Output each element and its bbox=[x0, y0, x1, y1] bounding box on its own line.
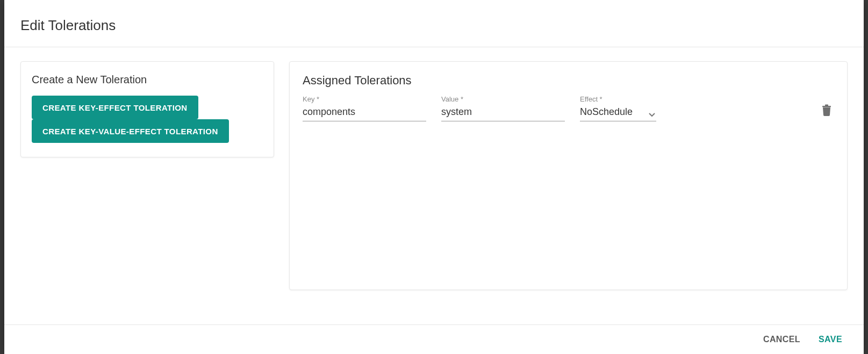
create-toleration-title: Create a New Toleration bbox=[32, 74, 263, 86]
assigned-tolerations-card: Assigned Tolerations Key * Value * Effec… bbox=[289, 61, 848, 290]
create-toleration-card: Create a New Toleration CREATE KEY-EFFEC… bbox=[20, 61, 274, 157]
effect-field: Effect * bbox=[580, 95, 656, 121]
row-actions bbox=[819, 102, 834, 121]
value-input[interactable] bbox=[441, 104, 565, 121]
value-label: Value * bbox=[441, 95, 565, 103]
delete-row-button[interactable] bbox=[819, 102, 834, 118]
create-key-value-effect-button[interactable]: CREATE KEY-VALUE-EFFECT TOLERATION bbox=[32, 119, 229, 143]
modal-footer: CANCEL SAVE bbox=[4, 324, 864, 354]
key-label: Key * bbox=[303, 95, 426, 103]
key-input[interactable] bbox=[303, 104, 426, 121]
effect-label: Effect * bbox=[580, 95, 656, 103]
modal-title: Edit Tolerations bbox=[20, 17, 848, 34]
modal-header: Edit Tolerations bbox=[4, 0, 864, 47]
svg-rect-1 bbox=[825, 105, 828, 106]
create-key-effect-button[interactable]: CREATE KEY-EFFECT TOLERATION bbox=[32, 96, 198, 119]
key-field: Key * bbox=[303, 95, 426, 121]
toleration-row: Key * Value * Effect * bbox=[303, 95, 834, 121]
trash-icon bbox=[821, 104, 832, 116]
assigned-tolerations-title: Assigned Tolerations bbox=[303, 74, 834, 88]
modal-body: Create a New Toleration CREATE KEY-EFFEC… bbox=[4, 47, 864, 324]
value-field: Value * bbox=[441, 95, 565, 121]
modal-backdrop: Edit Tolerations Create a New Toleration… bbox=[0, 0, 868, 354]
save-button[interactable]: SAVE bbox=[819, 335, 842, 344]
cancel-button[interactable]: CANCEL bbox=[763, 335, 800, 344]
effect-select[interactable] bbox=[580, 104, 656, 121]
edit-tolerations-modal: Edit Tolerations Create a New Toleration… bbox=[4, 0, 864, 354]
